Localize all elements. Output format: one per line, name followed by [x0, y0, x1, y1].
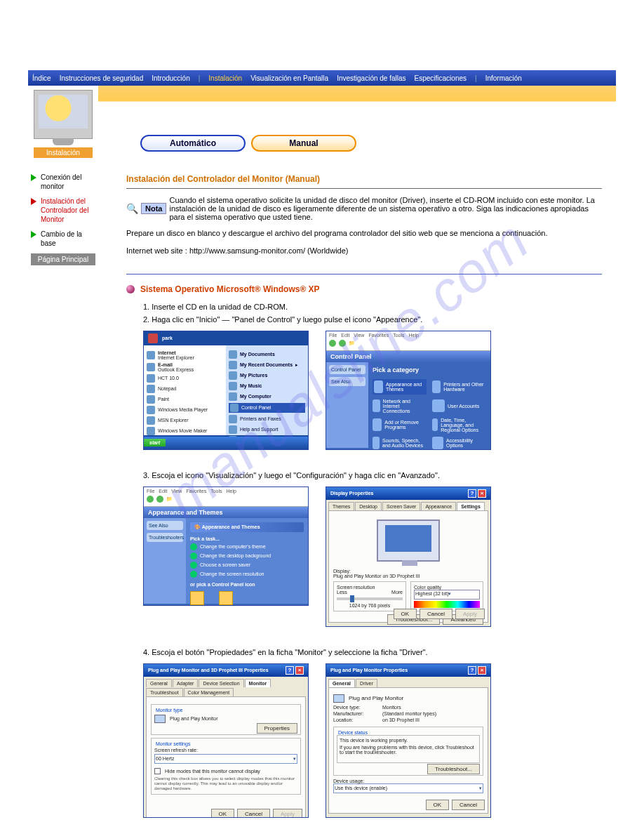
folders-icon[interactable]: 📁 — [166, 496, 173, 502]
tab[interactable]: Themes — [328, 502, 354, 510]
tab-automatic[interactable]: Automático — [140, 135, 246, 152]
close-icon[interactable]: × — [295, 666, 304, 675]
tab[interactable]: Troubleshoot — [146, 688, 183, 696]
tab-active[interactable]: General — [328, 679, 355, 687]
ok-button[interactable]: OK — [211, 809, 235, 818]
ok-button[interactable]: OK — [394, 609, 417, 619]
folder-icon — [229, 361, 237, 369]
group-label: Screen resolution — [337, 585, 403, 590]
device-usage-select[interactable]: Use this device (enable)▾ — [333, 783, 483, 793]
app-icon — [147, 406, 155, 414]
resolution-value: 1024 by 768 pixels — [337, 603, 403, 608]
back-icon[interactable] — [147, 496, 154, 503]
category-item[interactable]: Sounds, Speech, and Audio Devices — [373, 437, 427, 449]
task-item[interactable]: Change the desktop background — [190, 552, 304, 560]
app-icon — [147, 385, 155, 393]
nav-item-active[interactable]: Instalación — [208, 74, 242, 82]
tab[interactable]: Desktop — [355, 502, 382, 510]
nav-item[interactable]: Investigación de fallas — [337, 74, 405, 82]
tab[interactable]: Device Selection — [199, 679, 243, 687]
section-label: Instalación — [34, 147, 93, 158]
category-icon — [373, 399, 380, 412]
nav-item[interactable]: Introducción — [152, 74, 189, 82]
cancel-button[interactable]: Cancel — [420, 609, 452, 619]
control-panel-item[interactable]: Control Panel — [229, 403, 305, 413]
task-item[interactable]: Change the screen resolution — [190, 571, 304, 578]
bullet-icon — [126, 285, 135, 293]
apply-button[interactable]: Apply — [273, 809, 302, 818]
sidebar-item[interactable]: Conexión del monitor — [31, 173, 95, 191]
apply-button[interactable]: Apply — [455, 609, 485, 619]
category-item[interactable]: Add or Remove Programs — [373, 418, 427, 432]
tab-manual[interactable]: Manual — [251, 135, 356, 152]
close-icon[interactable]: × — [478, 666, 486, 675]
start-button[interactable]: start — [144, 439, 166, 446]
display-icon[interactable]: Display — [190, 591, 206, 606]
left-sidebar: Conexión del monitor Instalación del Con… — [28, 163, 98, 834]
kv-value: (Standard monitor types) — [382, 711, 436, 716]
home-button[interactable]: Página Principal — [31, 253, 95, 265]
tab-active[interactable]: Settings — [457, 502, 485, 510]
monitor-image — [34, 90, 93, 139]
hide-modes-checkbox[interactable] — [154, 768, 161, 774]
user-name: park — [162, 336, 173, 340]
color-quality-select[interactable]: Highest (32 bit)▾ — [414, 590, 480, 600]
cancel-button[interactable]: Cancel — [452, 800, 485, 810]
troubleshoot-button[interactable]: Troubleshoot... — [427, 764, 480, 774]
folders-icon[interactable]: 📁 — [349, 340, 355, 346]
screenshot-start-menu: park InternetInternet Explorer E-mailOut… — [143, 331, 309, 450]
category-item[interactable]: Accessibility Options — [432, 437, 486, 449]
tab[interactable]: Appearance — [421, 502, 456, 510]
task-item[interactable]: Choose a screen saver — [190, 562, 304, 569]
forward-icon[interactable] — [156, 496, 163, 503]
sidebar-item[interactable]: Cambio de la base — [31, 230, 95, 248]
folder-options-icon[interactable]: Folder Options — [219, 591, 251, 606]
or-pick-heading: or pick a Control Panel icon — [190, 582, 304, 587]
sidebar-label: Conexión del monitor — [41, 173, 95, 191]
tab[interactable]: Driver — [356, 679, 377, 687]
back-icon[interactable] — [329, 340, 336, 347]
note-badge: Nota — [141, 203, 166, 214]
cancel-button[interactable]: Cancel — [237, 809, 270, 818]
pick-task-heading: Pick a task... — [190, 536, 304, 541]
refresh-rate-select[interactable]: 60 Hertz▾ — [154, 754, 297, 764]
forward-icon[interactable] — [339, 340, 346, 347]
screenshot-appearance-themes: FileEditViewFavoritesToolsHelp 📁 Appeara… — [143, 486, 309, 606]
properties-button[interactable]: Properties — [257, 723, 297, 734]
nav-item[interactable]: Instrucciones de seguridad — [60, 74, 144, 82]
computer-icon — [229, 392, 237, 401]
ok-button[interactable]: OK — [426, 800, 450, 810]
tab-active[interactable]: Monitor — [245, 679, 271, 687]
category-item[interactable]: Date, Time, Language, and Regional Optio… — [432, 418, 486, 432]
category-item[interactable]: Network and Internet Connections — [373, 399, 427, 413]
nav-item[interactable]: Índice — [32, 74, 51, 82]
nav-item[interactable]: Información — [485, 74, 522, 82]
help-icon[interactable]: ? — [468, 666, 476, 675]
resolution-slider[interactable] — [337, 597, 403, 600]
tab[interactable]: Adapter — [173, 679, 199, 687]
top-nav: Índice Instrucciones de seguridad Introd… — [28, 70, 616, 86]
task-item[interactable]: Change the computer's theme — [190, 543, 304, 550]
window-title: Appearance and Themes — [144, 507, 308, 518]
nav-item[interactable]: Especificaciones — [415, 74, 467, 82]
note-text: Cuando el sistema operativo solicite la … — [169, 196, 602, 221]
step-1: 1. Inserte el CD en la unidad de CD-ROM. — [143, 303, 602, 311]
help-icon[interactable]: ? — [468, 489, 476, 498]
main-content: Instalación del Controlador del Monitor … — [98, 163, 616, 834]
category-item[interactable]: User Accounts — [432, 399, 486, 413]
category-item[interactable]: Appearance and Themes — [373, 379, 427, 395]
kv-key: Manufacturer: — [333, 711, 375, 716]
category-item[interactable]: Printers and Other Hardware — [432, 379, 486, 395]
device-usage-label: Device usage: — [333, 779, 483, 783]
side-panel: See Also — [329, 377, 365, 386]
tab[interactable]: Color Management — [184, 688, 234, 696]
tab[interactable]: Screen Saver — [382, 502, 420, 510]
site-url[interactable]: http://www.samsung-monitor.com/ (Worldwi… — [189, 246, 349, 255]
close-icon[interactable]: × — [478, 489, 486, 498]
category-icon — [373, 437, 380, 449]
header-strip: Automático Manual — [98, 86, 616, 163]
tab[interactable]: General — [146, 679, 172, 687]
help-icon[interactable]: ? — [286, 666, 294, 675]
nav-item[interactable]: Visualización en Pantalla — [250, 74, 328, 82]
sidebar-item-active[interactable]: Instalación del Controlador del Monitor — [31, 197, 95, 224]
